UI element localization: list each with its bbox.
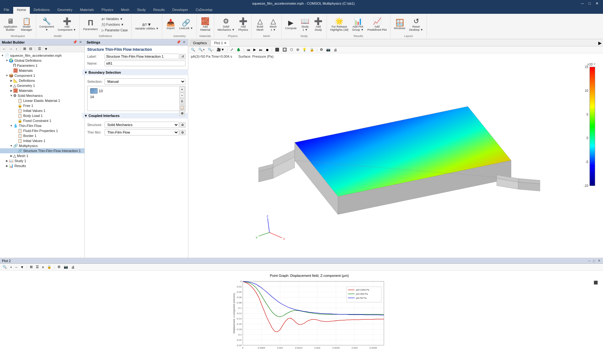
structure-settings-button[interactable]: ⚙ xyxy=(180,122,186,128)
plot2-zoomout-button[interactable]: − xyxy=(14,265,18,270)
tab-definitions[interactable]: Definitions xyxy=(30,7,53,14)
tree-item[interactable]: ▼ 📦 Component 1 xyxy=(0,73,84,78)
plot2-maximize-button[interactable]: □ xyxy=(592,259,596,263)
tree-filter-button[interactable]: ▼ xyxy=(43,46,49,51)
record-button[interactable]: ⏺ xyxy=(264,47,270,52)
thinfilm-select[interactable]: Thin-Film Flow xyxy=(105,129,179,135)
zoom-out-button[interactable]: 🔍- xyxy=(207,47,215,52)
tree-expand-button[interactable]: ⊞ xyxy=(22,46,27,51)
add-component-button[interactable]: ➕ AddComponent ▼ xyxy=(56,17,78,32)
tab-file[interactable]: File xyxy=(0,7,13,14)
tree-item[interactable]: 📋 Fluid-Film Properties 1 xyxy=(0,128,84,133)
tree-item[interactable]: 📋 Initial Values 1 xyxy=(0,108,84,113)
variable-utilities-button[interactable]: a=▼ Variable Utilities ▼ xyxy=(133,21,160,31)
app-builder-button[interactable]: 🖥 ApplicationBuilder xyxy=(2,17,19,32)
tree-item[interactable]: ▶ 📊 Results xyxy=(0,163,84,168)
tree-item[interactable]: 🔒 Fixed Constraint 1 xyxy=(0,118,84,123)
tree-item[interactable]: 🔓 Free 1 xyxy=(0,103,84,108)
livelink-button[interactable]: 🔗 LiveLink ▼ xyxy=(177,18,194,31)
slice-button[interactable]: ⊘ xyxy=(295,47,300,52)
plot2-minimize-button[interactable]: ─ xyxy=(588,259,591,263)
tree-item[interactable]: ▶ △ Geometry 1 xyxy=(0,83,84,88)
boundary-section-header[interactable]: ▼ Boundary Selection xyxy=(82,70,191,75)
mesh1-button[interactable]: △ Mesh1 ▼ xyxy=(267,17,279,32)
tree-item[interactable]: 📋 Border 1 xyxy=(0,133,84,138)
plot2-list-button[interactable]: ≡ xyxy=(41,265,45,270)
tree-item[interactable]: 📋 Linear Elastic Material 1 xyxy=(0,98,84,103)
tab-results[interactable]: Results xyxy=(149,7,169,14)
tree-item[interactable]: 🔗 Structure Thin-Film Flow Interaction 1 xyxy=(0,148,84,153)
settings-pin-button[interactable]: 📌 xyxy=(176,40,181,44)
add-material-button[interactable]: 🧱 AddMaterial xyxy=(199,17,212,32)
compute-button[interactable]: ▶ Compute xyxy=(283,18,298,31)
tree-item[interactable]: ▼ 🌍 Global Definitions xyxy=(0,58,84,63)
plot2-zoomin-button[interactable]: + xyxy=(9,265,13,270)
maximize-button[interactable]: □ xyxy=(587,1,593,6)
zoom-extents-button[interactable]: 🔍 xyxy=(190,47,197,52)
tab-materials[interactable]: Materials xyxy=(76,7,98,14)
add-physics-button[interactable]: ➕ AddPhysics xyxy=(237,17,250,32)
tree-item[interactable]: ▼ 🔗 Multiphysics xyxy=(0,143,84,148)
tab-csdevelop[interactable]: CsDevelop xyxy=(192,7,216,14)
build-mesh-button[interactable]: △ BuildMesh xyxy=(254,17,266,32)
variables-button[interactable]: a= Variables ▼ xyxy=(100,16,130,22)
tree-forward-button[interactable]: → xyxy=(8,46,14,51)
panel-pin-button[interactable]: 📌 xyxy=(72,40,78,44)
tree-item[interactable]: ▶ 📐 Definitions xyxy=(0,78,84,83)
tree-collapse-button[interactable]: ⊟ xyxy=(28,46,33,51)
windows-button[interactable]: 🪟 Windows xyxy=(392,18,407,31)
add-plot-group-button[interactable]: 📊 Add PlotGroup ▼ xyxy=(351,17,365,32)
plot2-lock-button[interactable]: 🔒 xyxy=(46,264,53,270)
tab-physics[interactable]: Physics xyxy=(98,7,117,14)
tab-study[interactable]: Study xyxy=(133,7,149,14)
selection-select[interactable]: Manual All boundaries xyxy=(105,78,186,85)
label-reset-button[interactable]: ↺ xyxy=(180,54,186,59)
settings-g-button[interactable]: ⚙ xyxy=(319,47,324,52)
plot2-zoom-button[interactable]: 🔍 xyxy=(1,264,8,270)
tab-home[interactable]: Home xyxy=(13,7,30,14)
add-study-button[interactable]: ➕ AddStudy xyxy=(312,17,325,32)
wireframe-button[interactable]: ⬡ xyxy=(289,47,294,52)
functions-button[interactable]: ƒ() Functions ▼ xyxy=(100,22,130,27)
boundary-remove-button[interactable]: − xyxy=(179,92,185,98)
prev-frame-button[interactable]: ⏮ xyxy=(245,47,251,52)
thinfilm-settings-button[interactable]: ⚙ xyxy=(180,130,186,135)
plot2-close-button[interactable]: ✕ xyxy=(597,259,601,263)
model-manager-button[interactable]: 📋 ModelManager xyxy=(19,17,34,32)
scene-tree-button[interactable]: 🌲 xyxy=(235,47,242,52)
boundary-copy-button[interactable]: ⎘ xyxy=(179,98,185,104)
reset-desktop-button[interactable]: ↺ ResetDesktop ▼ xyxy=(407,17,424,32)
tree-back-button[interactable]: ← xyxy=(1,46,7,51)
play-button[interactable]: ▶ xyxy=(252,47,257,52)
tree-item[interactable]: 📋 Initial Values 1 xyxy=(0,138,84,143)
plot2-settings-button[interactable]: ⚙ xyxy=(56,264,62,270)
tab-developer[interactable]: Developer xyxy=(169,7,192,14)
solid-mechanics-button[interactable]: ⚙ SolidMechanics ▼ xyxy=(216,17,236,32)
fit-button[interactable]: ⤢ xyxy=(229,47,234,52)
tree-item[interactable]: ▶ 🧱 Materials xyxy=(0,88,84,93)
tree-item[interactable]: 🧱 Materials xyxy=(0,68,84,73)
tree-item[interactable]: 📋 Body Load 1 xyxy=(0,113,84,118)
tree-item[interactable]: ▼ 💧 Thin-Film Flow xyxy=(0,123,84,128)
tree-item[interactable]: Π Parameters 1 xyxy=(0,63,84,68)
boundary-paste-button[interactable]: 📋 xyxy=(179,104,185,110)
tree-up-button[interactable]: ↑ xyxy=(14,46,19,51)
tab-geometry[interactable]: Geometry xyxy=(53,7,76,14)
chart-export-button[interactable]: ⬛ xyxy=(592,280,599,285)
parameters-button[interactable]: Π Parameters xyxy=(82,18,100,32)
perspective-button[interactable]: 🔲 xyxy=(281,47,288,52)
plot2-zoom-dropdown[interactable]: ▼ xyxy=(19,265,25,270)
tree-item[interactable]: ▼ ⚙ Solid Mechanics xyxy=(0,93,84,98)
panel-close-button[interactable]: ✕ xyxy=(78,40,83,44)
tabs-expand-button[interactable]: ▶ xyxy=(598,40,602,46)
view-dropdown[interactable]: 🎥▼ xyxy=(215,47,226,52)
tab-mesh[interactable]: Mesh xyxy=(117,7,133,14)
viewport-button[interactable]: ⬛ xyxy=(274,47,281,52)
tree-view-button[interactable]: ☰ xyxy=(37,46,42,51)
next-frame-button[interactable]: ⏭ xyxy=(258,47,264,52)
settings-close-button[interactable]: ✕ xyxy=(182,40,186,44)
parameter-case-button[interactable]: ▷ Parameter Case xyxy=(100,28,130,33)
plot2-table-button[interactable]: ☰ xyxy=(35,264,40,270)
close-button[interactable]: ✕ xyxy=(594,1,600,6)
label-input[interactable] xyxy=(105,54,179,59)
